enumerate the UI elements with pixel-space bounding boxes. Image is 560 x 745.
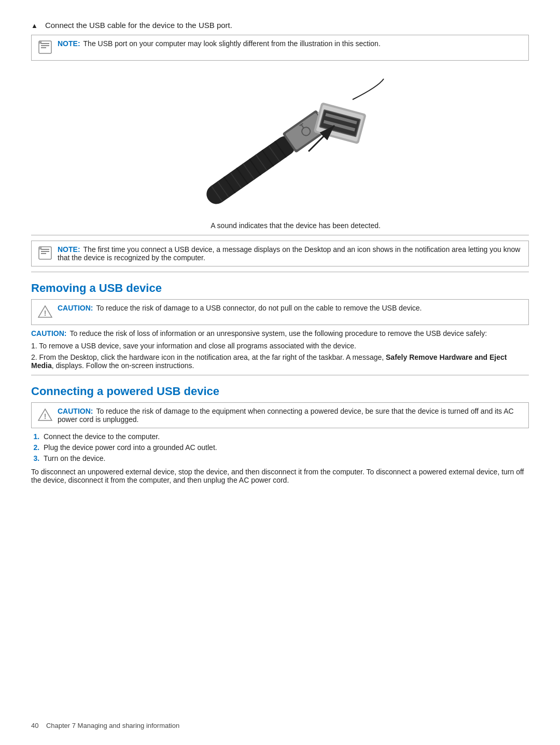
caution-box-1: ! CAUTION:To reduce the risk of damage t… [31, 299, 529, 325]
caution-inline-2: CAUTION:To reduce the risk of loss of in… [31, 329, 529, 338]
svg-rect-1 [41, 43, 49, 44]
bullet-connect-usb: ▲ Connect the USB cable for the device t… [31, 21, 529, 30]
note-icon-1 [38, 40, 52, 56]
page-footer: 40 Chapter 7 Managing and sharing inform… [0, 722, 560, 729]
step2-end: , displays. Follow the on-screen instruc… [52, 361, 194, 370]
note-2-content: The first time you connect a USB device,… [58, 245, 520, 262]
step2-start: 2. From the Desktop, click the hardware … [31, 353, 386, 361]
caution-triangle-icon-3: ! [38, 407, 52, 424]
note-2-text: NOTE:The first time you connect a USB de… [58, 245, 522, 262]
bullet-connect-text: Connect the USB cable for the device to … [45, 21, 529, 30]
powered-usb-steps: Connect the device to the computer. Plug… [41, 432, 529, 462]
caution-3-content: To reduce the risk of damage to the equi… [58, 407, 514, 424]
footer-chapter: Chapter 7 Managing and sharing informati… [46, 722, 179, 729]
caution-3-text: CAUTION:To reduce the risk of damage to … [58, 407, 522, 424]
caution-2-label: CAUTION: [31, 329, 66, 338]
svg-rect-36 [41, 249, 49, 250]
caution-3-label: CAUTION: [58, 407, 93, 415]
note-box-1: NOTE:The USB port on your computer may l… [31, 35, 529, 61]
caution-1-label: CAUTION: [58, 304, 93, 312]
caution-1-text: CAUTION:To reduce the risk of damage to … [58, 304, 522, 312]
rule-before-section1 [31, 272, 529, 272]
footer-page-number: 40 [31, 722, 38, 729]
note-1-text: NOTE:The USB port on your computer may l… [58, 39, 522, 48]
sound-note: A sound indicates that the device has be… [62, 221, 529, 230]
note-icon-2 [38, 246, 52, 262]
usb-svg [161, 71, 399, 216]
footer-spacer [38, 722, 46, 729]
note-1-label: NOTE: [58, 39, 80, 48]
svg-rect-39 [39, 247, 41, 249]
svg-text:!: ! [44, 309, 47, 317]
disconnect-paragraph: To disconnect an unpowered external devi… [31, 468, 529, 484]
svg-rect-37 [41, 251, 49, 252]
caution-box-3: ! CAUTION:To reduce the risk of damage t… [31, 402, 529, 428]
svg-rect-38 [41, 253, 46, 254]
removing-step-1: 1. To remove a USB device, save your inf… [31, 342, 529, 350]
powered-step-1: Connect the device to the computer. [41, 432, 529, 441]
caution-1-content: To reduce the risk of damage to a USB co… [96, 304, 422, 312]
rule-after-sound [31, 235, 529, 235]
svg-rect-6 [203, 132, 299, 208]
svg-rect-2 [41, 45, 49, 46]
svg-text:!: ! [44, 412, 47, 420]
caution-2-content: To reduce the risk of loss of informatio… [69, 329, 487, 338]
section1-heading: Removing a USB device [31, 282, 529, 295]
powered-step-3: Turn on the device. [41, 454, 529, 462]
removing-step-2: 2. From the Desktop, click the hardware … [31, 353, 529, 370]
caution-triangle-icon-1: ! [38, 304, 52, 320]
note-2-label: NOTE: [58, 245, 80, 254]
bullet-triangle-icon: ▲ [31, 22, 38, 30]
rule-before-section2 [31, 375, 529, 375]
usb-diagram [31, 71, 529, 216]
note-1-content: The USB port on your computer may look s… [83, 39, 381, 48]
svg-rect-3 [41, 47, 46, 48]
section2-heading: Connecting a powered USB device [31, 385, 529, 398]
note-box-2: NOTE:The first time you connect a USB de… [31, 241, 529, 266]
powered-step-2: Plug the device power cord into a ground… [41, 443, 529, 452]
